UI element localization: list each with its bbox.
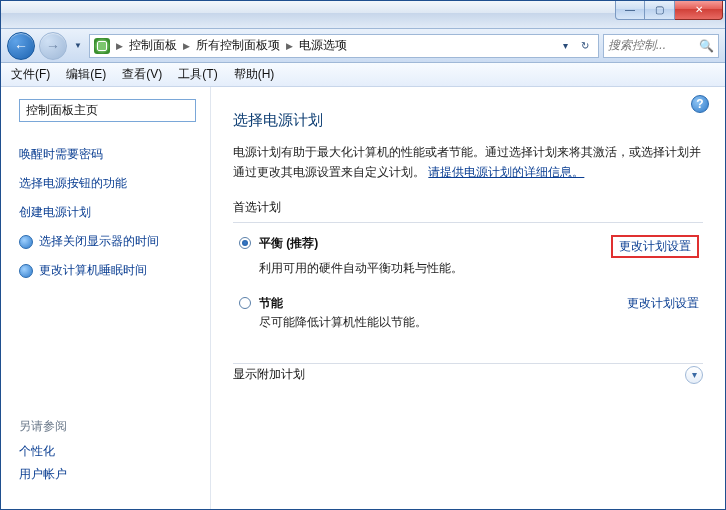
preferred-plans-label: 首选计划 xyxy=(233,199,703,216)
menu-view[interactable]: 查看(V) xyxy=(122,66,162,83)
more-info-link[interactable]: 请提供电源计划的详细信息。 xyxy=(428,165,584,179)
sidebar-item-label: 更改计算机睡眠时间 xyxy=(39,262,147,279)
sidebar: 控制面板主页 唤醒时需要密码 选择电源按钮的功能 创建电源计划 选择关闭显示器的… xyxy=(1,87,211,509)
menu-bar: 文件(F) 编辑(E) 查看(V) 工具(T) 帮助(H) xyxy=(1,63,725,87)
control-panel-icon xyxy=(94,38,110,54)
plan-name: 节能 xyxy=(259,295,283,312)
breadcrumb[interactable]: 所有控制面板项 xyxy=(196,37,280,54)
breadcrumb[interactable]: 控制面板 xyxy=(129,37,177,54)
radio-unselected-icon[interactable] xyxy=(239,297,251,309)
change-plan-settings-link[interactable]: 更改计划设置 xyxy=(611,235,699,258)
see-also-user-accounts[interactable]: 用户帐户 xyxy=(19,466,196,483)
task-icon xyxy=(19,235,33,249)
chevron-down-icon[interactable]: ▾ xyxy=(685,366,703,384)
address-dropdown-icon[interactable]: ▾ xyxy=(556,37,574,55)
preferred-plans-group: 平衡 (推荐) 更改计划设置 利用可用的硬件自动平衡功耗与性能。 节能 更改计划… xyxy=(233,222,703,341)
minimize-button[interactable]: — xyxy=(615,0,645,20)
chevron-right-icon[interactable]: ▶ xyxy=(112,41,127,51)
menu-edit[interactable]: 编辑(E) xyxy=(66,66,106,83)
window-titlebar: — ▢ ✕ xyxy=(1,1,725,29)
page-description: 电源计划有助于最大化计算机的性能或者节能。通过选择计划来将其激活，或选择计划并通… xyxy=(233,142,703,183)
see-also-personalization[interactable]: 个性化 xyxy=(19,443,196,460)
plan-description: 尽可能降低计算机性能以节能。 xyxy=(233,314,703,341)
show-additional-plans[interactable]: 显示附加计划 ▾ xyxy=(233,363,703,384)
change-plan-settings-link[interactable]: 更改计划设置 xyxy=(627,295,699,312)
chevron-right-icon[interactable]: ▶ xyxy=(282,41,297,51)
sidebar-link-power-button[interactable]: 选择电源按钮的功能 xyxy=(19,175,196,192)
history-dropdown-icon[interactable]: ▼ xyxy=(71,36,85,56)
sidebar-link-create-plan[interactable]: 创建电源计划 xyxy=(19,204,196,221)
window-buttons: — ▢ ✕ xyxy=(615,0,723,20)
control-panel-home-link[interactable]: 控制面板主页 xyxy=(19,99,196,122)
search-input[interactable]: 搜索控制... 🔍 xyxy=(603,34,719,58)
expand-label: 显示附加计划 xyxy=(233,366,305,383)
menu-file[interactable]: 文件(F) xyxy=(11,66,50,83)
sidebar-link-sleep-time[interactable]: 更改计算机睡眠时间 xyxy=(19,262,196,279)
content-area: ? 选择电源计划 电源计划有助于最大化计算机的性能或者节能。通过选择计划来将其激… xyxy=(211,87,725,509)
chevron-right-icon[interactable]: ▶ xyxy=(179,41,194,51)
search-icon[interactable]: 🔍 xyxy=(699,39,714,53)
forward-button[interactable]: → xyxy=(39,32,67,60)
maximize-button[interactable]: ▢ xyxy=(645,0,675,20)
sidebar-link-wake-password[interactable]: 唤醒时需要密码 xyxy=(19,146,196,163)
plan-description: 利用可用的硬件自动平衡功耗与性能。 xyxy=(233,260,703,287)
page-title: 选择电源计划 xyxy=(233,111,703,130)
back-button[interactable]: ← xyxy=(7,32,35,60)
refresh-icon[interactable]: ↻ xyxy=(576,37,594,55)
address-bar[interactable]: ▶ 控制面板 ▶ 所有控制面板项 ▶ 电源选项 ▾ ↻ xyxy=(89,34,599,58)
plan-power-saver[interactable]: 节能 更改计划设置 xyxy=(233,287,703,314)
plan-balanced[interactable]: 平衡 (推荐) 更改计划设置 xyxy=(233,227,703,260)
search-placeholder: 搜索控制... xyxy=(608,37,666,54)
close-button[interactable]: ✕ xyxy=(675,0,723,20)
menu-tools[interactable]: 工具(T) xyxy=(178,66,217,83)
sidebar-link-display-off[interactable]: 选择关闭显示器的时间 xyxy=(19,233,196,250)
plan-name: 平衡 (推荐) xyxy=(259,235,318,252)
menu-help[interactable]: 帮助(H) xyxy=(234,66,275,83)
see-also-header: 另请参阅 xyxy=(19,418,196,435)
task-icon xyxy=(19,264,33,278)
sidebar-item-label: 选择关闭显示器的时间 xyxy=(39,233,159,250)
help-icon[interactable]: ? xyxy=(691,95,709,113)
see-also-section: 另请参阅 个性化 用户帐户 xyxy=(19,418,196,509)
breadcrumb[interactable]: 电源选项 xyxy=(299,37,347,54)
navigation-bar: ← → ▼ ▶ 控制面板 ▶ 所有控制面板项 ▶ 电源选项 ▾ ↻ 搜索控制..… xyxy=(1,29,725,63)
radio-selected-icon[interactable] xyxy=(239,237,251,249)
